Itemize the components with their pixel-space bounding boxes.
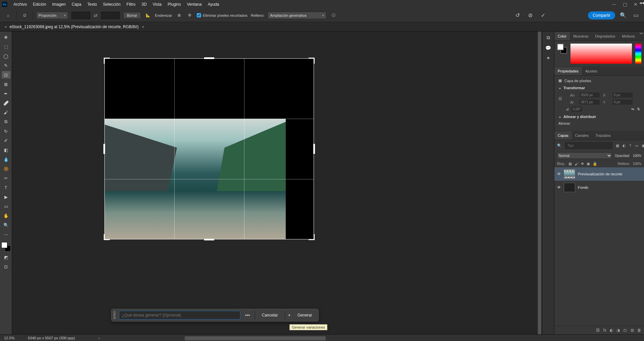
layer-thumbnail[interactable] bbox=[564, 169, 575, 179]
fill-method-select[interactable]: Ampliación generativa bbox=[268, 12, 326, 19]
menu-vista[interactable]: Vista bbox=[150, 1, 164, 8]
hand-tool[interactable]: ✋ bbox=[2, 212, 10, 219]
comments-panel-icon[interactable]: 💬 bbox=[545, 45, 551, 51]
chevron-down-icon[interactable]: ⌄ bbox=[558, 86, 561, 90]
crop-handle-bl[interactable] bbox=[104, 234, 110, 240]
overlay-grid-icon[interactable]: ⊞ bbox=[175, 12, 183, 19]
blur-tool[interactable]: 💧 bbox=[2, 156, 10, 163]
layer-name[interactable]: Fondo bbox=[578, 185, 588, 189]
vertical-scrollbar[interactable] bbox=[537, 32, 542, 334]
menu-imagen[interactable]: Imagen bbox=[49, 1, 68, 8]
menu-ventana[interactable]: Ventana bbox=[184, 1, 204, 8]
crop-handle-top[interactable] bbox=[204, 57, 214, 59]
document-tab[interactable]: eStock_119263068.jpeg al 12,5% (Previsua… bbox=[9, 24, 138, 29]
eraser-tool[interactable]: ✐ bbox=[2, 137, 10, 144]
opacity-value[interactable]: 100% bbox=[633, 154, 641, 158]
generative-prompt-input[interactable] bbox=[119, 311, 240, 320]
filter-type-icon[interactable]: T bbox=[629, 144, 632, 148]
visibility-icon[interactable]: 👁 bbox=[557, 185, 561, 190]
layer-item[interactable]: 👁 Previsualización de recorte bbox=[554, 167, 644, 181]
crop-handle-left[interactable] bbox=[103, 144, 105, 154]
search-icon[interactable]: 🔍 bbox=[618, 11, 628, 20]
crop-settings-icon[interactable]: ⚙ bbox=[186, 12, 193, 19]
document-dimensions[interactable]: 6340 px x 5507 px (300 ppp) bbox=[28, 336, 75, 340]
tab-channels[interactable]: Canales bbox=[572, 131, 592, 139]
close-tab-icon-2[interactable]: × bbox=[142, 25, 144, 29]
chevron-right-icon[interactable]: › bbox=[98, 336, 100, 340]
dodge-tool[interactable]: 🔆 bbox=[2, 165, 10, 172]
zoom-level[interactable]: 12.5% bbox=[4, 336, 14, 340]
crop-handle-tr[interactable] bbox=[309, 58, 315, 64]
lock-position-icon[interactable]: ✥ bbox=[581, 162, 584, 166]
crop-tool-icon[interactable]: ⊡ bbox=[20, 11, 29, 20]
layer-name[interactable]: Previsualización de recorte bbox=[578, 172, 622, 176]
foreground-color[interactable] bbox=[1, 242, 7, 248]
collapse-right-icon[interactable]: ▸▸ bbox=[639, 32, 644, 36]
gradient-tool[interactable]: ◧ bbox=[2, 146, 10, 154]
mask-icon[interactable]: ◐ bbox=[610, 328, 613, 333]
lasso-tool[interactable]: ◯ bbox=[2, 52, 10, 60]
eyedropper-tool[interactable]: ✒ bbox=[2, 90, 10, 97]
delete-layer-icon[interactable]: 🗑 bbox=[637, 328, 641, 333]
shape-tool[interactable]: ▭ bbox=[2, 203, 10, 210]
maximize-icon[interactable]: ▢ bbox=[623, 2, 627, 7]
fx-icon[interactable]: fx bbox=[603, 328, 606, 333]
hue-strip[interactable] bbox=[635, 44, 641, 64]
pen-tool[interactable]: ✑ bbox=[2, 174, 10, 182]
filter-smart-icon[interactable]: ▣ bbox=[642, 144, 644, 148]
group-icon[interactable]: 🗀 bbox=[623, 328, 627, 333]
quick-mask[interactable]: ◩ bbox=[2, 253, 10, 261]
frame-tool[interactable]: ⊠ bbox=[2, 80, 10, 88]
crop-handle-br[interactable] bbox=[309, 234, 315, 240]
clear-button[interactable]: Borrar bbox=[123, 12, 141, 19]
menu-edicion[interactable]: Edición bbox=[30, 1, 49, 8]
tab-properties[interactable]: Propiedades bbox=[554, 67, 582, 75]
move-tool[interactable]: ✥ bbox=[2, 34, 10, 41]
minimize-icon[interactable]: ─ bbox=[612, 2, 616, 7]
color-chips[interactable] bbox=[1, 242, 11, 251]
color-spectrum[interactable] bbox=[570, 44, 632, 64]
quick-select-tool[interactable]: ✎ bbox=[2, 62, 10, 69]
edit-toolbar[interactable]: ⋯ bbox=[2, 231, 10, 238]
blend-mode-select[interactable]: Normal bbox=[557, 152, 612, 159]
adjustment-icon[interactable]: ◑ bbox=[616, 328, 620, 333]
healing-tool[interactable]: 🩹 bbox=[2, 99, 10, 107]
flip-h-icon[interactable]: ⇋ bbox=[631, 107, 634, 111]
tab-paths[interactable]: Trazados bbox=[592, 131, 614, 139]
swap-dimensions-icon[interactable]: ⇄ bbox=[94, 13, 98, 18]
filter-shape-icon[interactable]: ▭ bbox=[635, 144, 638, 148]
brush-tool[interactable]: 🖌 bbox=[2, 109, 10, 116]
crop-height-input[interactable] bbox=[101, 12, 120, 19]
tab-patterns[interactable]: Motivos bbox=[618, 32, 638, 40]
tab-adjustments[interactable]: Ajustes bbox=[582, 67, 601, 75]
crop-handle-right[interactable] bbox=[313, 144, 315, 154]
menu-capa[interactable]: Capa bbox=[69, 1, 84, 8]
close-icon[interactable]: ✕ bbox=[633, 2, 638, 7]
lock-all-icon[interactable]: 🔒 bbox=[593, 162, 597, 166]
marquee-tool[interactable]: ⬚ bbox=[2, 43, 10, 50]
canvas-area[interactable]: ••• Cancelar ✦ Generar Generar variacion… bbox=[12, 32, 542, 334]
crop-handle-bottom[interactable] bbox=[204, 239, 214, 240]
lock-transparent-icon[interactable]: ▦ bbox=[568, 162, 572, 166]
fill-value[interactable]: 100% bbox=[633, 162, 641, 166]
menu-filtro[interactable]: Filtro bbox=[124, 1, 138, 8]
tab-gradients[interactable]: Degradados bbox=[592, 32, 619, 40]
history-brush-tool[interactable]: ↻ bbox=[2, 127, 10, 135]
crop-ratio-select[interactable]: Proporción bbox=[36, 12, 68, 19]
delete-cropped-checkbox[interactable]: Eliminar píxeles recortados bbox=[197, 13, 247, 17]
filter-image-icon[interactable]: ▦ bbox=[616, 144, 619, 148]
path-select-tool[interactable]: ▶ bbox=[2, 193, 10, 201]
zoom-tool[interactable]: 🔍 bbox=[2, 221, 10, 229]
crop-box[interactable] bbox=[104, 58, 314, 239]
taskbar-grip[interactable] bbox=[113, 311, 116, 319]
generate-button[interactable]: Generar bbox=[293, 311, 316, 319]
straighten-icon[interactable]: 📐 bbox=[144, 12, 152, 19]
layer-filter-input[interactable] bbox=[565, 142, 612, 149]
crop-width-input[interactable] bbox=[72, 12, 90, 19]
commit-crop-icon[interactable]: ✓ bbox=[538, 11, 548, 20]
taskbar-more-icon[interactable]: ••• bbox=[243, 312, 252, 318]
visibility-icon[interactable]: 👁 bbox=[557, 172, 561, 176]
menu-seleccion[interactable]: Selección bbox=[100, 1, 123, 8]
color-fg-bg[interactable] bbox=[557, 44, 567, 54]
reset-crop-icon[interactable]: ↺ bbox=[513, 11, 522, 20]
